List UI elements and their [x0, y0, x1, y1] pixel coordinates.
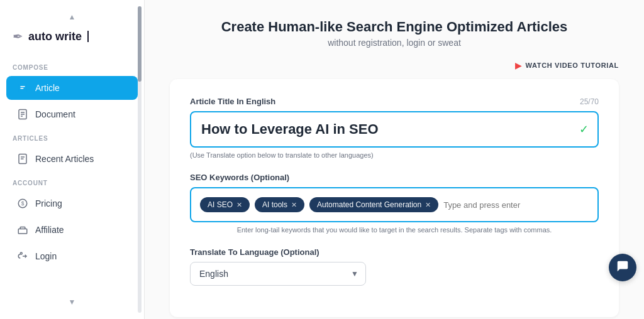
keywords-field-label: SEO Keywords (Optional)	[190, 173, 289, 182]
svg-text:$: $	[21, 201, 25, 207]
svg-rect-1	[20, 86, 25, 87]
title-field-hint: (Use Translate option below to translate…	[190, 151, 599, 159]
chat-icon	[616, 259, 630, 276]
pen-icon: ✒	[13, 29, 23, 44]
tag-automated-content-text: Automated Content Generation	[317, 200, 421, 209]
title-char-count: 25/70	[580, 97, 599, 106]
check-icon: ✓	[579, 122, 589, 136]
tag-automated-content-remove[interactable]: ✕	[425, 202, 431, 208]
sidebar-item-pricing-label: Pricing	[35, 198, 62, 208]
sidebar-item-affiliate-label: Affiliate	[35, 225, 64, 235]
keywords-field-group: SEO Keywords (Optional) AI SEO ✕ AI tool…	[190, 173, 599, 234]
article-icon	[16, 82, 29, 94]
logo-text: auto write	[28, 30, 82, 43]
svg-rect-12	[18, 229, 27, 234]
logo-area: ✒ auto write	[0, 24, 144, 57]
articles-section-label: ARTICLES	[0, 127, 144, 146]
title-field-label: Article Title In English	[190, 97, 275, 106]
login-icon	[16, 250, 29, 262]
keywords-wrapper[interactable]: AI SEO ✕ AI tools ✕ Automated Content Ge…	[190, 187, 599, 222]
play-icon: ▶	[515, 60, 522, 70]
tag-ai-seo: AI SEO ✕	[200, 197, 250, 212]
sidebar-item-pricing[interactable]: $ Pricing	[6, 192, 138, 215]
chat-fab-button[interactable]	[609, 254, 636, 281]
account-section-label: ACCOUNT	[0, 172, 144, 190]
sidebar-item-recent-articles-label: Recent Articles	[35, 154, 94, 164]
tag-automated-content: Automated Content Generation ✕	[309, 197, 438, 212]
sidebar-scroll-up[interactable]: ▲	[0, 10, 144, 24]
page-title: Create Human-like Search Engine Optimize…	[170, 19, 619, 35]
tag-ai-seo-remove[interactable]: ✕	[236, 202, 242, 208]
recent-articles-icon	[16, 153, 29, 165]
page-header: Create Human-like Search Engine Optimize…	[170, 19, 619, 48]
language-select[interactable]: English Spanish French German Italian Po…	[190, 262, 366, 286]
language-field-group: Translate To Language (Optional) English…	[190, 247, 599, 286]
sidebar-item-document-label: Document	[35, 109, 75, 119]
sidebar-scrollbar-thumb	[138, 6, 142, 82]
title-input[interactable]	[201, 121, 587, 138]
keywords-field-header: SEO Keywords (Optional)	[190, 173, 599, 182]
sidebar-item-affiliate[interactable]: Affiliate	[6, 218, 138, 242]
language-field-header: Translate To Language (Optional)	[190, 247, 599, 257]
affiliate-icon	[16, 224, 29, 236]
logo-cursor	[87, 31, 89, 42]
form-card: Article Title In English 25/70 ✓ (Use Tr…	[170, 79, 619, 317]
sidebar-item-recent-articles[interactable]: Recent Articles	[6, 147, 138, 171]
tag-ai-tools-text: AI tools	[262, 200, 287, 209]
svg-rect-2	[20, 88, 23, 89]
sidebar: ▲ ✒ auto write COMPOSE Article Document …	[0, 0, 145, 319]
video-tutorial-label: WATCH VIDEO TUTORIAL	[526, 62, 619, 69]
sidebar-scroll-down[interactable]: ▼	[0, 295, 144, 309]
tag-ai-tools: AI tools ✕	[255, 197, 304, 212]
compose-section-label: COMPOSE	[0, 57, 144, 75]
sidebar-item-login[interactable]: Login	[6, 244, 138, 268]
video-tutorial-button[interactable]: ▶ WATCH VIDEO TUTORIAL	[170, 60, 619, 70]
title-field-header: Article Title In English 25/70	[190, 97, 599, 106]
document-icon	[16, 108, 29, 121]
language-dropdown-wrapper: English Spanish French German Italian Po…	[190, 262, 366, 286]
title-field-group: Article Title In English 25/70 ✓ (Use Tr…	[190, 97, 599, 159]
title-input-wrapper: ✓	[190, 111, 599, 148]
tag-ai-tools-remove[interactable]: ✕	[291, 202, 297, 208]
main-content: Create Human-like Search Engine Optimize…	[145, 0, 644, 319]
pricing-icon: $	[16, 197, 29, 210]
keywords-input[interactable]	[443, 200, 589, 210]
tag-ai-seo-text: AI SEO	[208, 200, 233, 209]
sidebar-item-article-label: Article	[35, 83, 60, 93]
svg-point-16	[20, 252, 22, 254]
sidebar-scrollbar	[138, 6, 142, 313]
page-subtitle: without registration, login or sweat	[170, 38, 619, 48]
language-field-label: Translate To Language (Optional)	[190, 247, 319, 257]
keywords-hint: Enter long-tail keywords that you would …	[190, 226, 599, 234]
sidebar-item-document[interactable]: Document	[6, 102, 138, 126]
sidebar-item-login-label: Login	[35, 251, 57, 261]
sidebar-item-article[interactable]: Article	[6, 76, 138, 100]
